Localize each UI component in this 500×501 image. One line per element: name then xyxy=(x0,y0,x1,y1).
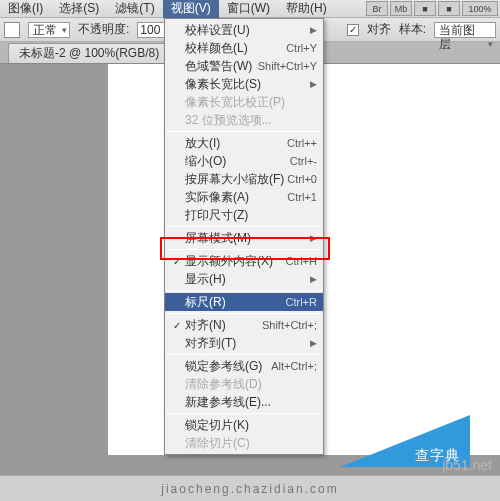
menu-window[interactable]: 窗口(W) xyxy=(219,0,278,18)
menu-item: 像素长宽比校正(P) xyxy=(165,93,323,111)
menu-item[interactable]: 显示(H)▶ xyxy=(165,270,323,288)
menu-item[interactable]: 色域警告(W)Shift+Ctrl+Y xyxy=(165,57,323,75)
align-label: 对齐 xyxy=(367,21,391,38)
zoom-display[interactable]: 100% xyxy=(462,1,498,16)
menu-help[interactable]: 帮助(H) xyxy=(278,0,335,18)
menu-item[interactable]: 锁定参考线(G)Alt+Ctrl+; xyxy=(165,357,323,375)
menu-image[interactable]: 图像(I) xyxy=(0,0,51,18)
screenmode-icon[interactable]: ■ xyxy=(414,1,436,16)
menu-item[interactable]: 新建参考线(E)... xyxy=(165,393,323,411)
menu-item: 清除切片(C) xyxy=(165,434,323,452)
menubar: 图像(I) 选择(S) 滤镜(T) 视图(V) 窗口(W) 帮助(H) Br M… xyxy=(0,0,500,18)
menu-item[interactable]: 缩小(O)Ctrl+- xyxy=(165,152,323,170)
menu-item[interactable]: 像素长宽比(S)▶ xyxy=(165,75,323,93)
menu-item[interactable]: 标尺(R)Ctrl+R xyxy=(165,293,323,311)
menu-item: 32 位预览选项... xyxy=(165,111,323,129)
menu-item[interactable]: 实际像素(A)Ctrl+1 xyxy=(165,188,323,206)
menu-item[interactable]: 校样设置(U)▶ xyxy=(165,21,323,39)
menu-item[interactable]: 校样颜色(L)Ctrl+Y xyxy=(165,39,323,57)
align-checkbox[interactable]: ✓ xyxy=(347,24,359,36)
menu-item[interactable]: 放大(I)Ctrl++ xyxy=(165,134,323,152)
menu-item[interactable]: ✓对齐(N)Shift+Ctrl+; xyxy=(165,316,323,334)
menu-filter[interactable]: 滤镜(T) xyxy=(107,0,162,18)
document-tab[interactable]: 未标题-2 @ 100%(RGB/8) × xyxy=(8,43,183,63)
menu-item[interactable]: 锁定切片(K) xyxy=(165,416,323,434)
tool-swatch[interactable] xyxy=(4,22,20,38)
footer: jiaocheng.chazidian.com xyxy=(0,475,500,501)
view-menu-dropdown: 校样设置(U)▶校样颜色(L)Ctrl+Y色域警告(W)Shift+Ctrl+Y… xyxy=(164,18,324,455)
menu-view[interactable]: 视图(V) xyxy=(163,0,219,18)
menu-item[interactable]: 屏幕模式(M)▶ xyxy=(165,229,323,247)
menu-item[interactable]: 打印尺寸(Z) xyxy=(165,206,323,224)
sample-label: 样本: xyxy=(399,21,426,38)
menu-item[interactable]: 按屏幕大小缩放(F)Ctrl+0 xyxy=(165,170,323,188)
menu-item: 清除参考线(D) xyxy=(165,375,323,393)
bridge-icon[interactable]: Br xyxy=(366,1,388,16)
menu-select[interactable]: 选择(S) xyxy=(51,0,107,18)
watermark: jb51.net xyxy=(442,457,492,473)
menu-item[interactable]: 对齐到(T)▶ xyxy=(165,334,323,352)
mode-select[interactable]: 正常 xyxy=(28,22,70,38)
sample-select[interactable]: 当前图层 xyxy=(434,22,496,38)
tab-title: 未标题-2 @ 100%(RGB/8) xyxy=(19,45,159,62)
arrange-icon[interactable]: ■ xyxy=(438,1,460,16)
menu-item[interactable]: ✓显示额外内容(X)Ctrl+H xyxy=(165,252,323,270)
minibridge-icon[interactable]: Mb xyxy=(390,1,412,16)
opacity-label: 不透明度: xyxy=(78,21,129,38)
